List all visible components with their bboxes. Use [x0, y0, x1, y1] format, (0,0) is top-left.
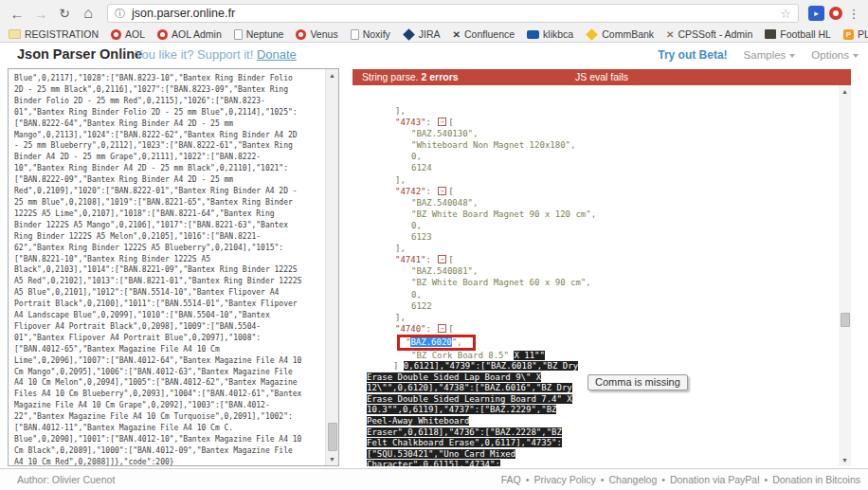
footer-link[interactable]: Donation in Bitcoins — [772, 474, 860, 485]
footer-link[interactable]: Donation via PayPal — [670, 474, 760, 485]
forward-icon[interactable] — [31, 3, 50, 24]
bookmark-label: Neptune — [246, 28, 284, 40]
bookmark-label: AOL Admin — [172, 28, 222, 40]
scroll-up-icon[interactable] — [326, 69, 338, 82]
error-highlight-box: "BAZ.6020", — [397, 335, 476, 351]
editor-line: ["BAN.8221-10","Bantex Ring Binder 1222S… — [14, 254, 322, 265]
editor-scrollbar[interactable] — [325, 69, 338, 465]
json-tree-row: ], — [353, 105, 851, 117]
json-tree-row: 0, — [353, 220, 851, 231]
scroll-down-icon[interactable] — [839, 454, 851, 466]
json-input-editor[interactable]: Blue",0,2117],"1028":["BAN.8223-10","Ban… — [8, 68, 339, 466]
home-icon[interactable] — [79, 3, 98, 24]
options-label: Options — [811, 49, 849, 61]
collapse-icon[interactable] — [438, 324, 446, 333]
json-tree-row: 6122 — [353, 300, 851, 312]
editor-line: Black",0,2103],"1014":["BAN.8221-09","Ba… — [14, 264, 322, 276]
bookmark-item[interactable]: AOL Admin — [157, 28, 222, 40]
editor-line: Binder Folio 2D - 25 mm Red",0,2115],"10… — [14, 96, 322, 107]
footer-link[interactable]: Privacy Policy — [533, 474, 595, 485]
bookmark-item[interactable]: REGISTRATION — [9, 28, 99, 40]
header-menu: Try out Beta! Samples Options — [658, 48, 859, 62]
bookmark-item[interactable]: CommBank — [586, 28, 654, 40]
scroll-up-icon[interactable] — [839, 85, 851, 98]
json-tree: ],"4743": ["BAZ.540130","Whiteboard Non … — [353, 105, 851, 466]
parse-result-panel: String parse. 2 errors JS eval fails ],"… — [353, 69, 851, 466]
cpssoft-icon — [666, 29, 674, 40]
json-tree-row: "BZ White Board Magnet 90 x 120 cm", — [353, 209, 851, 220]
json-tree-row: "4741": [ — [353, 254, 851, 265]
address-bar[interactable]: json.parser.online.fr — [107, 4, 799, 23]
bookmark-item[interactable]: Neptune — [234, 28, 284, 40]
footer-links: FAQ•Privacy Policy•Changelog•Donation vi… — [501, 474, 860, 485]
bookmark-item[interactable]: AOL — [111, 28, 145, 40]
json-tree-row: 6124 — [353, 162, 851, 173]
footer-separator: • — [661, 474, 665, 485]
editor-line: Red",0,2109],"1020":["BAN.8222-01","Bant… — [14, 186, 322, 197]
json-tree-row: "BAZ.540048", — [353, 197, 851, 209]
bookmark-item[interactable]: PLiKimage — [843, 28, 868, 40]
reload-icon[interactable] — [55, 3, 74, 24]
browser-toolbar: json.parser.online.fr — [0, 0, 868, 27]
support-text: You like it? Support it! Donate — [135, 47, 297, 62]
chevron-down-icon — [853, 54, 859, 58]
bookmark-item[interactable]: Football HL — [765, 28, 831, 40]
bookmark-star-icon[interactable] — [780, 7, 791, 21]
football-icon — [765, 29, 776, 39]
result-scrollbar[interactable] — [839, 85, 851, 466]
editor-line: 25 mm Blue",0,2108],"1019":["BAN.8221-65… — [14, 197, 322, 209]
editor-line: Flipover A4 Portrait Black",0,2098],"100… — [14, 321, 322, 333]
back-icon[interactable] — [8, 3, 27, 24]
error-tooltip: Comma is missing — [588, 374, 688, 390]
beta-link[interactable]: Try out Beta! — [658, 48, 727, 62]
bookmark-item[interactable]: Noxify — [351, 28, 390, 40]
scrollbar-thumb[interactable] — [841, 313, 850, 327]
opera-extension-icon[interactable] — [829, 7, 842, 20]
selected-text: BAZ.6020 — [410, 337, 451, 347]
json-tree-row: ], — [353, 312, 851, 323]
bookmark-label: Confluence — [464, 28, 515, 40]
options-menu[interactable]: Options — [811, 49, 859, 61]
editor-line: 22","Bantex Magazine File A4 10 Cm Turqu… — [14, 411, 322, 423]
aol-icon — [296, 29, 306, 40]
footer-separator: • — [601, 474, 605, 485]
donate-link[interactable]: Donate — [257, 47, 297, 62]
editor-line: 01","Bantex Ring Binder Folio 2D - 25 mm… — [14, 107, 322, 118]
footer-link[interactable]: Changelog — [608, 474, 657, 485]
bookmark-label: Noxify — [363, 28, 390, 40]
editor-line: 2D - 25 mm Black",0,2116],"1027":["BAN.8… — [14, 84, 322, 96]
editor-line: A5 Red",0,2102],"1013":["BAN.8221-01","B… — [14, 276, 322, 287]
editor-line: Lime",0,2096],"1007":["BAN.4012-64","Ban… — [14, 355, 322, 367]
page-icon — [351, 29, 359, 40]
scroll-down-icon[interactable] — [326, 453, 338, 465]
json-tree-row: ] 0,6121],"4739":["BAZ.6018","BZ Dry — [353, 361, 851, 372]
bookmark-item[interactable]: Venus — [296, 28, 337, 40]
page-title: Json Parser Online — [17, 46, 142, 62]
json-tree-row: 0, — [353, 151, 851, 162]
samples-menu[interactable]: Samples — [744, 49, 796, 61]
collapse-icon[interactable] — [438, 118, 446, 126]
bookmark-item[interactable]: CPSSoft - Admin — [666, 28, 752, 40]
editor-line: Ring Binder 1222S A5 Melon",0,2105],"101… — [14, 231, 322, 243]
extension-icon[interactable] — [808, 6, 824, 21]
editor-line: 1222S A5 Lime",0,2107],"1018":["BAN.8221… — [14, 209, 322, 220]
json-tree-row: "BAZ.540130", — [353, 128, 851, 139]
footer-link[interactable]: FAQ — [501, 474, 521, 485]
bookmark-item[interactable]: JIRA — [403, 28, 441, 40]
scrollbar-thumb[interactable] — [328, 423, 337, 451]
json-tree-row: "Whiteboard Non Magnet 120x180", — [353, 139, 851, 151]
bookmark-label: CPSSoft - Admin — [678, 28, 752, 40]
browser-menu-icon[interactable] — [847, 7, 860, 21]
json-tree-row: ], — [353, 174, 851, 186]
site-info-icon[interactable] — [115, 7, 125, 21]
collapse-icon[interactable] — [438, 187, 446, 195]
samples-label: Samples — [744, 49, 787, 61]
json-tree-row: ["SQU.530421","Uno Card Mixed — [353, 449, 851, 461]
editor-line: A4 10 Cm Melon",0,2094],"1005":["BAN.401… — [14, 377, 322, 389]
json-tree-row: Peel-Away Whiteboard — [353, 416, 851, 427]
bookmark-item[interactable]: klikbca — [527, 28, 573, 40]
collapse-icon[interactable] — [438, 255, 446, 263]
bookmark-item[interactable]: Confluence — [453, 28, 515, 40]
chevron-down-icon — [789, 54, 795, 58]
editor-line: A4 Landscape Blue",0,2099],"1010":["BAN.… — [14, 310, 322, 321]
